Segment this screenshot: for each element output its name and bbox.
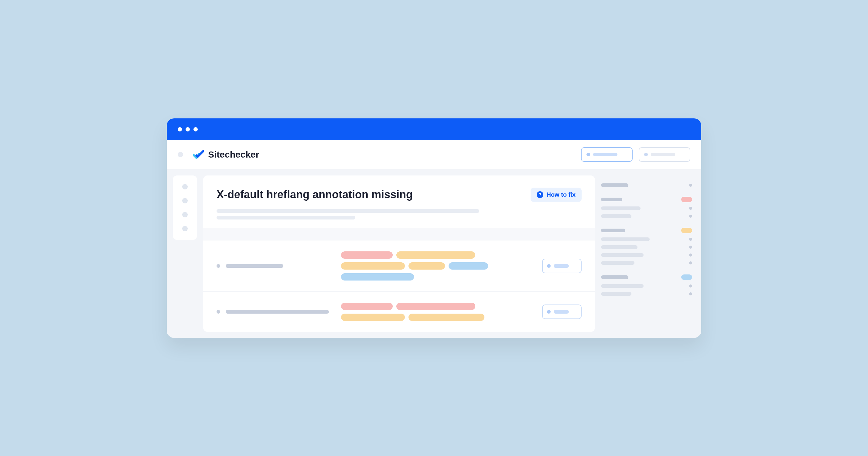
how-to-fix-label: How to fix bbox=[546, 191, 576, 198]
how-to-fix-button[interactable]: ? How to fix bbox=[531, 188, 582, 202]
right-sidebar bbox=[601, 175, 695, 332]
brand-name: Sitechecker bbox=[208, 150, 259, 160]
report-title: X-default hreflang annotation missing bbox=[217, 188, 525, 201]
brand-logo[interactable]: Sitechecker bbox=[193, 150, 259, 160]
row-action-button[interactable] bbox=[542, 259, 582, 273]
row-status-icon bbox=[217, 310, 220, 314]
row-tags bbox=[341, 251, 533, 281]
row-action-button[interactable] bbox=[542, 304, 582, 319]
sidebar-group bbox=[601, 228, 692, 265]
nav-item[interactable] bbox=[182, 184, 188, 190]
row-tags bbox=[341, 303, 533, 321]
nav-item[interactable] bbox=[182, 226, 188, 231]
report-description bbox=[217, 209, 582, 220]
nav-item[interactable] bbox=[182, 212, 188, 217]
window-control-maximize[interactable] bbox=[193, 127, 198, 131]
report-panel: X-default hreflang annotation missing ? … bbox=[203, 175, 595, 332]
sidebar-group bbox=[601, 183, 692, 187]
window-control-close[interactable] bbox=[178, 127, 182, 131]
issue-row bbox=[203, 240, 595, 291]
header-action-secondary[interactable] bbox=[639, 147, 690, 162]
app-window: Sitechecker X-default hreflang annotatio… bbox=[167, 119, 701, 338]
help-icon: ? bbox=[537, 191, 543, 198]
window-control-minimize[interactable] bbox=[186, 127, 190, 131]
checkmark-icon bbox=[193, 150, 204, 159]
sidebar-nav bbox=[173, 175, 197, 240]
sidebar-group bbox=[601, 274, 692, 296]
row-status-icon bbox=[217, 264, 220, 268]
header-action-primary[interactable] bbox=[581, 147, 632, 162]
app-header: Sitechecker bbox=[167, 140, 701, 169]
sidebar-group bbox=[601, 197, 692, 218]
menu-icon[interactable] bbox=[178, 152, 183, 157]
nav-item[interactable] bbox=[182, 198, 188, 203]
window-titlebar bbox=[167, 119, 701, 140]
row-url-placeholder bbox=[226, 264, 283, 268]
row-url-placeholder bbox=[226, 310, 329, 314]
issue-row bbox=[203, 291, 595, 332]
